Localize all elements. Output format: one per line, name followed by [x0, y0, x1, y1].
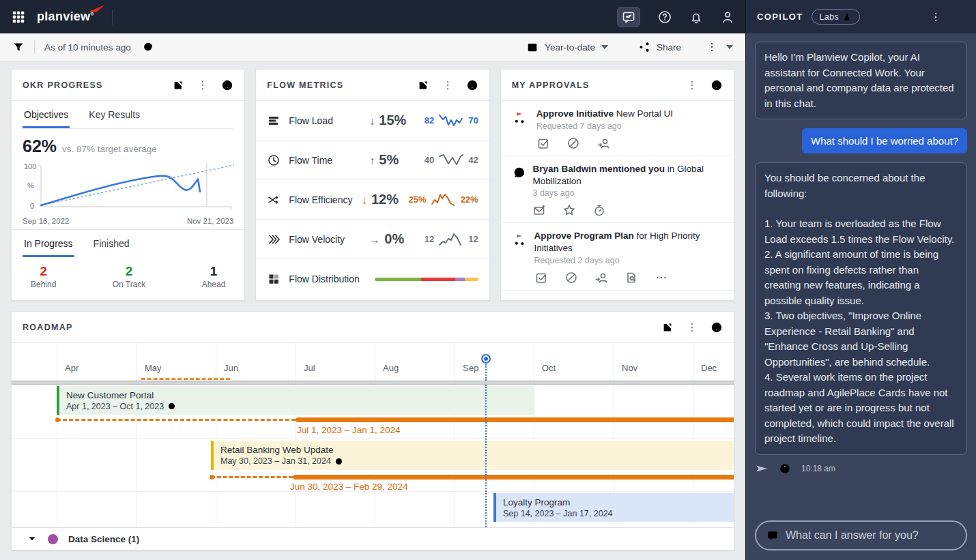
- flow-load-icon: [267, 114, 281, 128]
- help-icon[interactable]: [711, 321, 723, 334]
- kebab-icon[interactable]: [686, 79, 698, 91]
- copilot-greeting-message: Hello I'm Planview Copilot, your AI assi…: [755, 42, 967, 119]
- flow-distribution-row[interactable]: Flow Distribution: [256, 259, 489, 299]
- info-icon[interactable]: [779, 462, 791, 475]
- approval-item[interactable]: Approve Program Plan for High Priority I…: [501, 223, 734, 291]
- clipped-bar-fragment: [141, 378, 230, 380]
- planview-logo[interactable]: planview®: [37, 10, 101, 24]
- help-icon[interactable]: [711, 79, 723, 91]
- horizontal-scrollbar[interactable]: [12, 381, 734, 385]
- copilot-input[interactable]: What can I answer for you?: [755, 520, 967, 550]
- initiative-flag-icon: [512, 110, 527, 125]
- kebab-icon[interactable]: [686, 321, 698, 334]
- kebab-icon[interactable]: [930, 11, 942, 23]
- chevron-down-icon[interactable]: [726, 45, 733, 49]
- apps-grid-icon[interactable]: [11, 10, 26, 25]
- approve-checkbox-icon[interactable]: [534, 271, 548, 284]
- approve-checkbox-icon[interactable]: [536, 136, 550, 150]
- today-line: [485, 364, 487, 381]
- share-button[interactable]: Share: [638, 41, 681, 53]
- kebab-icon[interactable]: [706, 41, 718, 53]
- copilot-chat-icon: [766, 529, 779, 542]
- open-in-new-icon[interactable]: [417, 79, 429, 91]
- snooze-icon[interactable]: [592, 203, 606, 217]
- tab-finished[interactable]: Finished: [92, 230, 131, 257]
- help-icon[interactable]: [466, 79, 478, 91]
- labs-badge[interactable]: Labs: [812, 9, 860, 25]
- roadmap-bar-new-customer-portal[interactable]: New Customer Portal Apr 1, 2023 – Oct 1,…: [57, 386, 534, 415]
- flow-time-icon: [267, 153, 281, 167]
- copilot-header: COPILOT Labs: [746, 0, 976, 33]
- review-doc-icon[interactable]: [625, 271, 638, 284]
- copilot-toggle-button[interactable]: [617, 7, 640, 27]
- dashboard-content: OKR PROGRESS Objectives Key Results 62%: [0, 61, 745, 560]
- tab-objectives[interactable]: Objectives: [23, 101, 70, 128]
- roadmap-bar-loyalty-program[interactable]: Loyalty Program Sep 14, 2023 – Jan 17, 2…: [493, 493, 734, 522]
- help-icon[interactable]: [658, 10, 672, 24]
- bell-icon[interactable]: [689, 10, 703, 24]
- month-label: Sep: [463, 363, 478, 373]
- star-icon[interactable]: [562, 203, 576, 217]
- tab-key-results[interactable]: Key Results: [87, 101, 141, 128]
- trend-down-icon: ↓: [369, 115, 375, 128]
- distribution-segment: [455, 278, 465, 281]
- okr-target-text: vs. 87% target average: [62, 144, 157, 154]
- help-icon[interactable]: [221, 79, 233, 91]
- flow-velocity-row[interactable]: Flow Velocity →0% 12 12: [256, 220, 489, 259]
- flow-efficiency-row[interactable]: Flow Efficiency ↓12% 25% 22%: [256, 180, 489, 220]
- month-label: Oct: [542, 363, 556, 373]
- top-nav-bar: planview®: [0, 0, 745, 33]
- date-range-value: Year-to-date: [545, 42, 595, 53]
- approval-item[interactable]: Bryan Baldwin mentioned you in Global Mo…: [501, 156, 734, 224]
- open-in-new-icon[interactable]: [172, 79, 184, 91]
- planned-dashed-bar[interactable]: [57, 419, 296, 421]
- toolbar-divider: [34, 40, 35, 54]
- planview-swoosh-icon: [89, 5, 105, 13]
- date-range-selector[interactable]: Year-to-date: [526, 41, 608, 53]
- approval-item[interactable]: Approve Initiative New Portal UI Request…: [501, 101, 734, 156]
- refresh-icon[interactable]: [142, 41, 154, 53]
- roadmap-group-row[interactable]: Data Science (1): [12, 527, 734, 550]
- mail-icon[interactable]: [532, 203, 546, 217]
- okr-x-start: Sep 16, 2022: [23, 217, 69, 225]
- roadmap-card-title: ROADMAP: [23, 323, 73, 332]
- roadmap-card: ROADMAP Apr M: [11, 311, 734, 550]
- svg-text:100: 100: [24, 162, 36, 171]
- okr-progress-value: 62%: [23, 136, 57, 156]
- more-icon[interactable]: [655, 271, 668, 284]
- send-plane-icon[interactable]: [755, 462, 769, 475]
- message-meta-row: 10:18 am: [755, 462, 967, 475]
- approval-item[interactable]: Cort Odekirk mentioned you in standup Re…: [501, 291, 734, 301]
- sparkline: [439, 113, 463, 129]
- flow-load-row[interactable]: Flow Load ↓15% 82 70: [256, 101, 489, 141]
- roadmap-gantt-body: New Customer Portal Apr 1, 2023 – Oct 1,…: [12, 381, 734, 527]
- reject-icon[interactable]: [564, 271, 578, 284]
- flow-time-row[interactable]: Flow Time ↑5% 40 42: [256, 141, 489, 180]
- roadmap-bar-retail-banking[interactable]: Retail Banking Web Update May 30, 2023 –…: [211, 441, 734, 470]
- delegate-icon[interactable]: [594, 271, 608, 284]
- flow-distribution-icon: [267, 272, 281, 286]
- planned-dashed-bar[interactable]: [211, 476, 293, 478]
- delegate-icon[interactable]: [597, 136, 610, 150]
- kebab-icon[interactable]: [442, 79, 454, 91]
- roadmap-months-header: Apr May Jun Jul Aug Sep Oct Nov Dec: [12, 343, 734, 381]
- filter-icon[interactable]: [12, 41, 25, 53]
- planview-logo-text: planview: [37, 10, 90, 23]
- initiative-flag-icon: [512, 299, 527, 301]
- user-icon[interactable]: [721, 10, 734, 24]
- reject-icon[interactable]: [566, 136, 580, 150]
- tab-in-progress[interactable]: In Progress: [23, 230, 74, 257]
- open-in-new-icon[interactable]: [661, 321, 674, 334]
- copilot-chat-area: Hello I'm Planview Copilot, your AI assi…: [746, 33, 976, 560]
- today-marker-icon[interactable]: [481, 354, 491, 364]
- share-label: Share: [657, 42, 681, 53]
- close-icon[interactable]: [954, 12, 965, 23]
- kebab-icon[interactable]: [197, 79, 209, 91]
- flow-efficiency-icon: [267, 193, 281, 207]
- actual-bar[interactable]: [296, 417, 734, 422]
- calendar-icon: [526, 41, 539, 53]
- chevron-down-icon[interactable]: [27, 533, 38, 544]
- chevron-down-icon: [601, 45, 608, 49]
- initiative-flag-icon: [512, 232, 527, 247]
- actual-bar[interactable]: [293, 475, 734, 480]
